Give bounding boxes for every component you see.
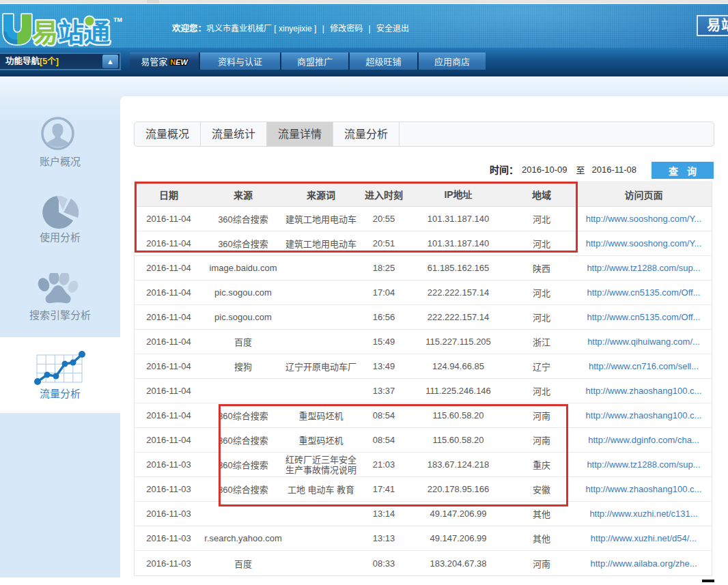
svg-text:易站通: 易站通: [32, 18, 110, 47]
